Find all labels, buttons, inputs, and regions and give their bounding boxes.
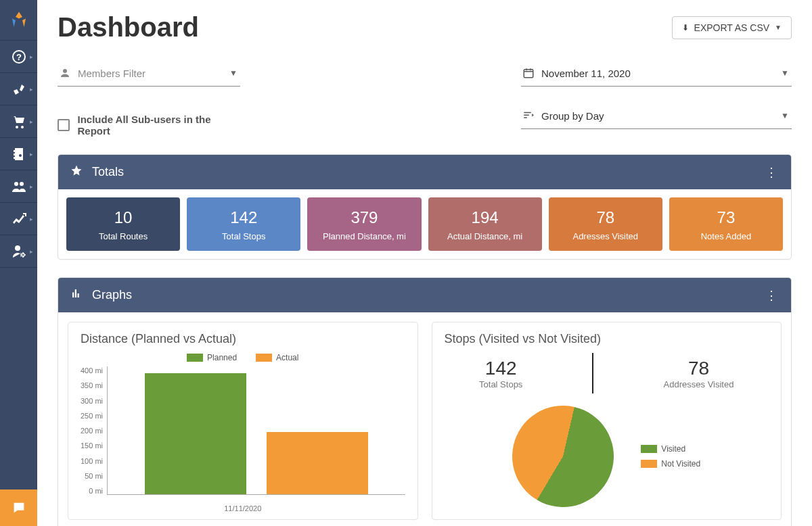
- bar-actual: [267, 432, 368, 494]
- sidebar-item-analytics[interactable]: ▸: [0, 203, 37, 235]
- sidebar-item-orders[interactable]: ▸: [0, 105, 37, 138]
- card-total-stops[interactable]: 142 Total Stops: [187, 197, 300, 251]
- card-total-routes[interactable]: 10 Total Routes: [66, 197, 180, 251]
- date-value: November 11, 2020: [541, 68, 631, 79]
- sidebar: ? ▸ ▸ ▸ ▸ ▸ ▸ ▸: [0, 0, 37, 526]
- sidebar-item-user-settings[interactable]: ▸: [0, 235, 37, 268]
- svg-point-4: [20, 182, 24, 186]
- group-by-value: Group by Day: [541, 110, 604, 122]
- card-actual-distance[interactable]: 194 Actual Distance, mi: [428, 197, 542, 251]
- swatch-actual: [256, 354, 272, 362]
- y-axis: 400 mi 350 mi 300 mi 250 mi 200 mi 150 m…: [81, 366, 107, 495]
- export-label: EXPORT AS CSV: [694, 22, 770, 33]
- svg-point-5: [15, 245, 20, 251]
- graphs-title: Graphs: [92, 288, 132, 302]
- swatch-not-visited: [641, 460, 657, 468]
- star-icon: [70, 164, 83, 180]
- x-axis-label: 11/11/2020: [81, 504, 405, 512]
- app-logo: [0, 0, 37, 41]
- divider: [592, 353, 593, 393]
- stops-pie-chart: [502, 396, 624, 517]
- distance-chart-card: Distance (Planned vs Actual) Planned Act…: [68, 322, 418, 520]
- barchart-icon: [70, 287, 83, 303]
- bar-planned: [145, 373, 246, 494]
- sort-icon: [522, 110, 535, 122]
- members-filter-placeholder: Members Filter: [78, 68, 145, 79]
- person-icon: [59, 67, 71, 79]
- sidebar-item-team[interactable]: ▸: [0, 170, 37, 203]
- chat-button[interactable]: [0, 489, 37, 526]
- svg-rect-8: [524, 70, 533, 78]
- download-icon: [682, 22, 689, 33]
- include-subusers-label: Include All Sub-users in the Report: [78, 114, 241, 137]
- swatch-planned: [187, 354, 203, 362]
- totals-panel: Totals ⋮ 10 Total Routes 142 Total Stops…: [58, 154, 792, 260]
- graphs-menu-button[interactable]: ⋮: [765, 288, 779, 303]
- calendar-icon: [522, 67, 535, 79]
- stat-addresses-visited: 78 Addresses Visited: [664, 358, 734, 389]
- distance-chart-title: Distance (Planned vs Actual): [81, 332, 405, 346]
- stops-chart-title: Stops (Visited vs Not Visited): [445, 332, 769, 346]
- chevron-down-icon: ▼: [229, 68, 238, 78]
- card-addresses-visited[interactable]: 78 Adresses Visited: [549, 197, 662, 251]
- page-title: Dashboard: [58, 12, 199, 43]
- stat-total-stops: 142 Total Stops: [479, 358, 522, 389]
- main-content: Dashboard EXPORT AS CSV ▼ Members Filter…: [37, 0, 812, 526]
- sidebar-item-help[interactable]: ? ▸: [0, 41, 37, 73]
- totals-title: Totals: [92, 165, 124, 179]
- graphs-panel: Graphs ⋮ Distance (Planned vs Actual) Pl…: [58, 277, 792, 526]
- date-picker[interactable]: November 11, 2020 ▼: [521, 62, 792, 87]
- svg-point-3: [14, 182, 18, 186]
- stops-legend: Visited Not Visited: [641, 444, 700, 469]
- card-notes-added[interactable]: 73 Notes Added: [669, 197, 783, 251]
- sidebar-item-routes[interactable]: ▸: [0, 73, 37, 105]
- chevron-down-icon: ▼: [775, 24, 782, 31]
- svg-point-7: [63, 69, 67, 73]
- sidebar-item-addressbook[interactable]: ▸: [0, 138, 37, 170]
- members-filter-dropdown[interactable]: Members Filter ▼: [58, 62, 240, 87]
- group-by-dropdown[interactable]: Group by Day ▼: [521, 104, 792, 129]
- distance-bar-chart: 400 mi 350 mi 300 mi 250 mi 200 mi 150 m…: [81, 366, 405, 502]
- chevron-down-icon: ▼: [781, 111, 789, 120]
- svg-text:?: ?: [16, 52, 22, 62]
- svg-point-2: [19, 154, 22, 157]
- swatch-visited: [641, 445, 657, 453]
- chevron-down-icon: ▼: [781, 68, 789, 78]
- export-csv-button[interactable]: EXPORT AS CSV ▼: [672, 16, 792, 39]
- stops-chart-card: Stops (Visited vs Not Visited) 142 Total…: [432, 322, 782, 520]
- card-planned-distance[interactable]: 379 Planned Distance, mi: [307, 197, 421, 251]
- distance-legend: Planned Actual: [81, 353, 405, 362]
- include-subusers-checkbox[interactable]: [58, 119, 70, 131]
- totals-menu-button[interactable]: ⋮: [765, 165, 779, 180]
